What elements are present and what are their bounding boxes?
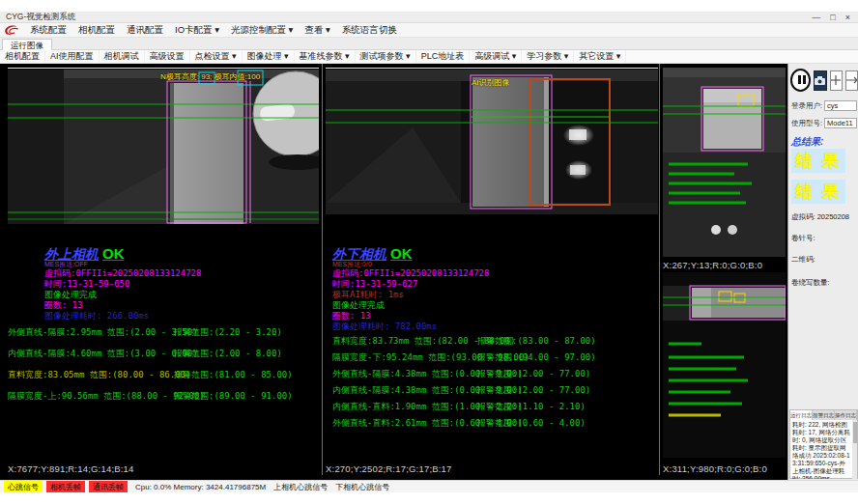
process-time-line: 图像处理耗时: 266.00ms [44,310,149,322]
result-box-1: 结 果 [791,149,845,173]
bottom-camera-heartbeat-status: 下相机心跳信号 [335,482,389,492]
tool-camera-debug[interactable]: 相机调试 [100,50,145,63]
crosshair-tool-button[interactable] [830,70,843,91]
tool-other-settings[interactable]: 其它设置 ▾ [574,50,626,63]
tool-ai-config[interactable]: AI使用配置 [45,50,100,63]
left-camera-image[interactable] [8,70,319,224]
titlebar: CYG-视觉检测系统 — □ × [0,12,858,23]
measurement-row: 外侧直线-直料:2.61mm 范围:(0.60 - 4.00) 报警范围:(0.… [325,417,659,429]
virtual-code-label: 虚拟码: 20250208 [791,212,849,222]
measurement-row: 内侧直线-直料:1.90mm 范围:(1.00 - 2.20) 报警范围:(1.… [325,401,659,412]
log-panel: 运行日志 报警日志 操作日志 耗时: 222, 网络检图耗时: 17, 网络分离… [789,409,858,479]
small-top-camera-image[interactable] [663,68,786,257]
alarm-range: 报警范围:(2.00 - 8.00) [174,348,282,360]
log-tab-alarm[interactable]: 报警日志 [813,410,835,420]
window-title: CYG-视觉检测系统 [0,12,812,23]
tool-advanced-settings[interactable]: 高级设置 [145,50,190,63]
top-camera-heartbeat-status: 上相机心跳信号 [273,482,328,492]
arrow-tool-button[interactable] [845,70,858,91]
menu-view[interactable]: 查看 ▾ [299,24,335,37]
camera-mode-button[interactable] [814,70,826,91]
light-reflection [711,225,721,235]
model-label: 使用型号: [791,119,822,128]
image-border-line [8,68,319,69]
measurement-row: 直料宽度:83.05mm 范围:(80.00 - 86.00) 报警范围:(81… [8,369,322,380]
close-button[interactable]: × [845,13,850,22]
qr-code-label: 二维码: [791,255,815,265]
measurement-row: 隔膜宽度-上:90.56mm 范围:(88.00 - 92.00) 报警范围:(… [8,390,322,402]
tool-baseline-params[interactable]: 基准线参数 ▾ [295,50,356,63]
window-controls: — □ × [812,13,858,22]
status-ok: OK [99,245,125,262]
tab-run-image[interactable]: 运行图像 [2,39,52,50]
total-result-label: 总结果: [791,135,823,149]
login-user-field[interactable]: cys [824,100,857,111]
tabstrip: 运行图像 [0,38,858,50]
maximize-button[interactable]: □ [830,13,835,22]
left-cursor-coords: X:7677;Y:891;R:14;G:14;B:14 [8,463,134,474]
measurement-value: 内侧直线-隔膜:4.60mm 范围:(3.00 - 6.00) [8,348,198,360]
light-reflection [728,225,737,235]
main-workspace: N极耳高度: 93; 极耳内值:100 外上相机OK MES推送:OFF 虚拟码… [0,64,858,480]
menu-comm-config[interactable]: 通讯配置 [121,24,169,37]
tab-height-overlay-label: N极耳高度: 93; 极耳内值:100 [160,71,260,82]
camera-frame-drop-badge: 相机丢帧 [46,481,85,492]
top-margin [0,0,858,12]
alarm-range: 报警范围:(2.00 - 77.00) [477,384,590,397]
app-logo-icon [3,24,20,37]
measurement-value: 直料宽度:83.05mm 范围:(80.00 - 86.00) [8,369,190,381]
model-field[interactable]: Mode11 [824,118,857,128]
toolbar: 相机配置 AI使用配置 相机调试 高级设置 点检设置 ▾ 图像处理 ▾ 基准线参… [0,50,858,64]
small-bottom-cursor-coords: X:311;Y:980;R:0;G:0;B:0 [663,463,767,474]
pause-button[interactable] [790,69,811,92]
log-tab-run[interactable]: 运行日志 [790,410,813,420]
log-body: 耗时: 222, 网络检图耗时: 17, 网络分离耗时: 0, 网络提取分区耗时… [790,420,857,479]
tool-plc-address[interactable]: PLC地址表 [416,50,471,63]
menu-system-config[interactable]: 系统配置 [24,24,72,37]
menu-camera-config[interactable]: 相机配置 [72,24,121,37]
alarm-range: 报警范围:(94.00 - 97.00) [477,351,596,364]
menu-language-switch[interactable]: 系统语言切换 [336,24,403,37]
log-scrollbar[interactable] [852,420,857,479]
bottom-margin [0,492,858,504]
tool-spot-check[interactable]: 点检设置 ▾ [190,50,243,63]
middle-camera-view: AI识别图像 外下相机OK MES推送:0/0 虚拟码:0FFIIi=20250… [325,64,659,480]
left-camera-view: N极耳高度: 93; 极耳内值:100 外上相机OK MES推送:OFF 虚拟码… [8,64,322,480]
log-scrollbar-thumb[interactable] [853,422,857,443]
tool-camera-config[interactable]: 相机配置 [0,50,45,63]
measurement-row: 内侧直线-隔膜:4.60mm 范围:(3.00 - 6.00) 报警范围:(2.… [8,348,322,359]
control-buttons [790,68,858,93]
alarm-range: 报警范围:(2.00 - 77.00) [477,368,590,380]
cpu-memory-status: Cpu: 0.0% Memory: 3424.41796875M [135,483,266,491]
login-user-row: 登录用户: cys [791,100,857,111]
process-time-line: 图像处理耗时: 782.00ms [332,321,437,333]
crosshair-icon [831,75,841,85]
alarm-range: 报警范围:(1.10 - 2.10) [477,401,586,413]
tool-learn-params[interactable]: 学习参数 ▾ [522,50,574,63]
tool-test-params[interactable]: 测试项参数 ▾ [356,50,416,63]
panel-divider [322,64,323,475]
middle-cursor-coords: X:270;Y:2502;R:17;G:17;B:17 [326,463,452,474]
menu-light-config[interactable]: 光源控制配置 ▾ [225,24,299,37]
image-border-line [326,68,658,69]
app-window: CYG-视觉检测系统 — □ × 系统配置 相机配置 通讯配置 IO卡配置 ▾ … [0,0,858,504]
tool-image-processing[interactable]: 图像处理 ▾ [243,50,295,63]
alarm-range: 报警范围:(83.00 - 87.00) [477,335,596,348]
small-camera-views: X:267;Y:13;R:0;G:0;B:0 [663,64,786,480]
measurement-row: 隔膜宽度-下:95.24mm 范围:(93.00 - 98.00) 报警范围:(… [325,351,659,363]
menu-io-config[interactable]: IO卡配置 ▾ [169,24,225,37]
middle-camera-image[interactable] [326,70,658,214]
battery-cell-region [472,77,548,207]
small-bottom-camera-image[interactable] [663,272,786,458]
minimize-button[interactable]: — [812,13,820,22]
alarm-range: 报警范围:(2.20 - 3.20) [174,326,282,339]
small-top-cursor-coords: X:267;Y:13;R:0;G:0;B:0 [663,260,762,270]
tool-advanced-debug[interactable]: 高级调试 ▾ [470,50,522,63]
login-user-label: 登录用户: [791,101,822,111]
log-tab-operation[interactable]: 操作日志 [835,410,857,420]
measurement-row: 外侧直线-隔膜:4.38mm 范围:(0.00 - 9.00) 报警范围:(2.… [325,368,659,379]
result-box-2: 结 果 [791,180,845,204]
measurement-row: 外侧直线-隔膜:2.95mm 范围:(2.00 - 3.50) 报警范围:(2.… [8,326,322,338]
alarm-range: 报警范围:(0.60 - 4.00) [477,417,586,430]
alarm-range: 报警范围:(89.00 - 91.00) [174,390,293,403]
